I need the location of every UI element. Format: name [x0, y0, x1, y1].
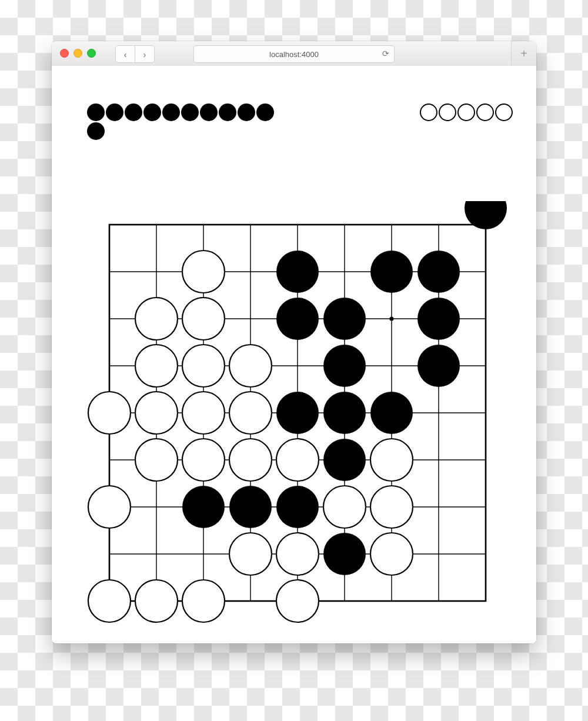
white-stone[interactable] — [370, 439, 413, 481]
board-intersection[interactable] — [465, 580, 507, 622]
black-stone[interactable] — [229, 486, 272, 528]
white-stone[interactable] — [135, 392, 178, 434]
white-stone[interactable] — [276, 580, 319, 622]
board-intersection[interactable] — [229, 203, 272, 246]
go-board[interactable] — [86, 201, 509, 625]
white-stone[interactable] — [182, 392, 225, 434]
svg-point-34 — [182, 345, 225, 387]
board-intersection[interactable] — [276, 345, 319, 387]
svg-point-42 — [276, 392, 319, 434]
board-intersection[interactable] — [323, 251, 366, 293]
new-tab-button[interactable]: + — [511, 41, 536, 66]
maximize-window-button[interactable] — [87, 49, 96, 58]
page-content — [52, 66, 536, 643]
black-stone[interactable] — [323, 298, 366, 340]
board-intersection[interactable] — [323, 580, 366, 622]
svg-point-37 — [417, 345, 460, 387]
board-intersection[interactable] — [417, 486, 460, 528]
white-stone[interactable] — [182, 251, 225, 293]
board-intersection[interactable] — [276, 203, 319, 246]
board-intersection[interactable] — [465, 345, 507, 387]
black-stone[interactable] — [182, 486, 225, 528]
board-intersection[interactable] — [135, 533, 178, 575]
board-intersection[interactable] — [465, 486, 507, 528]
board-intersection[interactable] — [229, 251, 272, 293]
board-intersection[interactable] — [229, 580, 272, 622]
black-stone[interactable] — [276, 298, 319, 340]
board-intersection[interactable] — [465, 392, 507, 434]
white-stone[interactable] — [182, 580, 225, 622]
board-intersection[interactable] — [417, 439, 460, 481]
black-stone[interactable] — [276, 392, 319, 434]
black-stone[interactable] — [276, 486, 319, 528]
black-stone[interactable] — [323, 533, 366, 575]
forward-button[interactable]: › — [135, 45, 155, 63]
black-stone[interactable] — [323, 392, 366, 434]
board-intersection[interactable] — [465, 203, 507, 246]
browser-titlebar: ‹ › localhost:4000 ⟳ + — [52, 41, 536, 66]
board-intersection[interactable] — [88, 533, 131, 575]
white-stone[interactable] — [229, 345, 272, 387]
board-intersection[interactable] — [88, 203, 131, 246]
board-intersection[interactable] — [370, 580, 413, 622]
svg-point-31 — [323, 298, 366, 340]
white-stone[interactable] — [229, 392, 272, 434]
black-stone[interactable] — [417, 298, 460, 340]
board-intersection[interactable] — [370, 203, 413, 246]
board-intersection[interactable] — [465, 298, 507, 340]
white-stone[interactable] — [323, 486, 366, 528]
board-intersection[interactable] — [417, 392, 460, 434]
reload-icon[interactable]: ⟳ — [382, 49, 389, 58]
board-intersection[interactable] — [88, 251, 131, 293]
board-intersection[interactable] — [229, 298, 272, 340]
board-intersection[interactable] — [135, 203, 178, 246]
black-stone[interactable] — [323, 439, 366, 481]
board-intersection[interactable] — [135, 486, 178, 528]
white-stone[interactable] — [182, 439, 225, 481]
white-stone[interactable] — [370, 533, 413, 575]
minimize-window-button[interactable] — [74, 49, 82, 58]
board-intersection[interactable] — [465, 533, 507, 575]
board-intersection[interactable] — [88, 345, 131, 387]
address-bar-text: localhost:4000 — [269, 50, 319, 59]
board-intersection[interactable] — [182, 533, 225, 575]
address-bar[interactable]: localhost:4000 ⟳ — [193, 45, 395, 63]
close-window-button[interactable] — [60, 49, 69, 58]
svg-point-52 — [182, 486, 225, 528]
white-stone[interactable] — [135, 580, 178, 622]
board-intersection[interactable] — [417, 203, 460, 246]
board-intersection[interactable] — [417, 580, 460, 622]
board-intersection[interactable] — [465, 251, 507, 293]
black-stone[interactable] — [370, 251, 413, 293]
board-intersection[interactable] — [88, 439, 131, 481]
board-intersection[interactable] — [323, 203, 366, 246]
white-stone[interactable] — [135, 298, 178, 340]
board-intersection[interactable] — [370, 345, 413, 387]
back-button[interactable]: ‹ — [115, 45, 135, 63]
board-intersection[interactable] — [370, 298, 413, 340]
black-stone[interactable] — [323, 345, 366, 387]
white-stone[interactable] — [229, 533, 272, 575]
white-stone[interactable] — [276, 439, 319, 481]
board-intersection[interactable] — [417, 533, 460, 575]
board-intersection[interactable] — [465, 439, 507, 481]
white-stone[interactable] — [182, 298, 225, 340]
board-intersection[interactable] — [88, 298, 131, 340]
svg-point-36 — [323, 345, 366, 387]
white-stone[interactable] — [276, 533, 319, 575]
white-stone[interactable] — [135, 439, 178, 481]
svg-point-50 — [370, 439, 413, 481]
white-stone[interactable] — [88, 392, 131, 434]
black-stone[interactable] — [276, 251, 319, 293]
white-stone[interactable] — [88, 486, 131, 528]
black-stone[interactable] — [417, 345, 460, 387]
board-intersection[interactable] — [182, 203, 225, 246]
black-stone[interactable] — [370, 392, 413, 434]
white-stone[interactable] — [370, 486, 413, 528]
white-stone[interactable] — [88, 580, 131, 622]
white-stone[interactable] — [135, 345, 178, 387]
white-stone[interactable] — [229, 439, 272, 481]
board-intersection[interactable] — [135, 251, 178, 293]
black-stone[interactable] — [417, 251, 460, 293]
white-stone[interactable] — [182, 345, 225, 387]
